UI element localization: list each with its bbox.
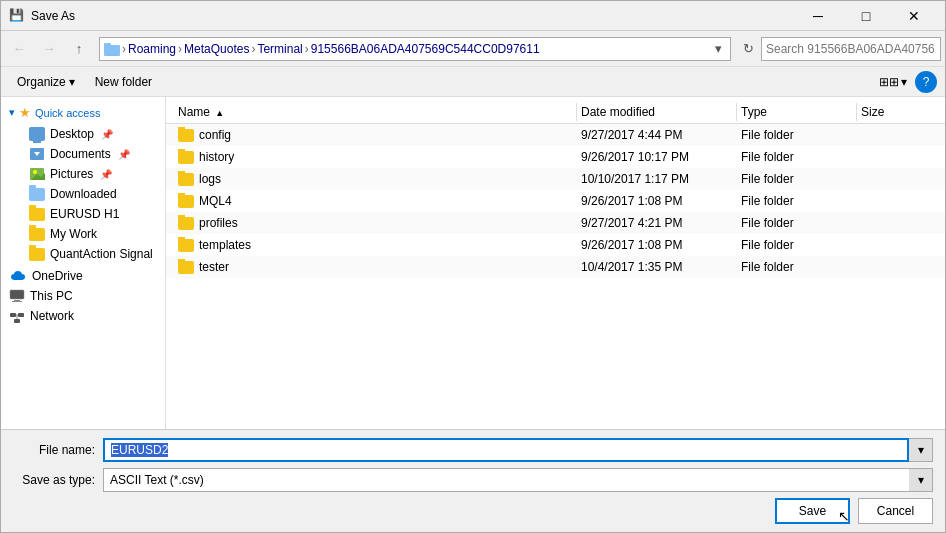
- documents-icon: [29, 147, 45, 161]
- maximize-button[interactable]: □: [843, 2, 889, 30]
- col-name[interactable]: Name ▲: [174, 103, 577, 121]
- filename-label: File name:: [13, 443, 103, 457]
- file-name-tester: tester: [174, 259, 577, 275]
- view-grid-icon: ⊞⊞: [879, 75, 899, 89]
- filename-wrapper: ▾: [103, 438, 933, 462]
- file-list: Name ▲ Date modified Type Size config: [166, 97, 945, 429]
- quantaction-folder-icon: [29, 248, 45, 261]
- cursor-icon: ↖: [838, 508, 850, 524]
- close-button[interactable]: ✕: [891, 2, 937, 30]
- breadcrumb-metaquotes[interactable]: MetaQuotes: [184, 42, 249, 56]
- refresh-button[interactable]: ↻: [737, 38, 759, 60]
- pin-icon-docs: 📌: [118, 149, 130, 160]
- file-name-history: history: [174, 149, 577, 165]
- svg-rect-11: [10, 313, 16, 317]
- file-name-logs: logs: [174, 171, 577, 187]
- sidebar-item-downloaded[interactable]: Downloaded: [1, 184, 165, 204]
- sidebar-quantaction-label: QuantAction Signal: [50, 247, 153, 261]
- address-bar[interactable]: › Roaming › MetaQuotes › Terminal › 9155…: [99, 37, 731, 61]
- sidebar-desktop-label: Desktop: [50, 127, 94, 141]
- svg-rect-10: [12, 301, 22, 302]
- table-row[interactable]: MQL4 9/26/2017 1:08 PM File folder: [166, 190, 945, 212]
- folder-icon: [178, 173, 194, 186]
- address-dropdown-button[interactable]: ▾: [710, 38, 726, 60]
- col-size[interactable]: Size: [857, 103, 937, 121]
- file-type-profiles: File folder: [737, 215, 857, 231]
- file-list-header: Name ▲ Date modified Type Size: [166, 101, 945, 124]
- col-type[interactable]: Type: [737, 103, 857, 121]
- sidebar-mywork-label: My Work: [50, 227, 97, 241]
- thispc-icon: [9, 289, 25, 303]
- quick-access-header[interactable]: ▾ ★ Quick access: [1, 101, 165, 124]
- svg-rect-12: [18, 313, 24, 317]
- breadcrumb-folder-icon: [104, 42, 120, 56]
- view-button[interactable]: ⊞⊞ ▾: [875, 71, 911, 93]
- pictures-icon: [29, 167, 45, 181]
- file-size-logs: [857, 178, 937, 180]
- file-name-templates: templates: [174, 237, 577, 253]
- folder-icon: [178, 129, 194, 142]
- table-row[interactable]: templates 9/26/2017 1:08 PM File folder: [166, 234, 945, 256]
- table-row[interactable]: tester 10/4/2017 1:35 PM File folder: [166, 256, 945, 278]
- folder-icon: [178, 195, 194, 208]
- file-date-logs: 10/10/2017 1:17 PM: [577, 171, 737, 187]
- col-date[interactable]: Date modified: [577, 103, 737, 121]
- folder-icon: [178, 261, 194, 274]
- organize-label: Organize: [17, 75, 66, 89]
- savetype-label: Save as type:: [13, 473, 103, 487]
- savetype-select[interactable]: ASCII Text (*.csv): [103, 468, 933, 492]
- star-icon: ★: [19, 105, 31, 120]
- organize-button[interactable]: Organize ▾: [9, 71, 83, 93]
- filename-input[interactable]: [103, 438, 909, 462]
- save-button[interactable]: Save ↖: [775, 498, 850, 524]
- window-controls: ─ □ ✕: [795, 2, 937, 30]
- minimize-button[interactable]: ─: [795, 2, 841, 30]
- sidebar-item-documents[interactable]: Documents 📌: [1, 144, 165, 164]
- file-size-tester: [857, 266, 937, 268]
- sidebar-documents-label: Documents: [50, 147, 111, 161]
- filename-dropdown-arrow[interactable]: ▾: [909, 438, 933, 462]
- sidebar-item-network[interactable]: Network: [1, 306, 165, 326]
- sidebar-item-desktop[interactable]: Desktop 📌: [1, 124, 165, 144]
- sidebar-item-thispc[interactable]: This PC: [1, 286, 165, 306]
- collapse-icon: ▾: [9, 106, 15, 119]
- svg-rect-0: [104, 45, 120, 56]
- file-type-config: File folder: [737, 127, 857, 143]
- file-date-config: 9/27/2017 4:44 PM: [577, 127, 737, 143]
- sidebar-onedrive-label: OneDrive: [32, 269, 83, 283]
- sidebar-downloaded-label: Downloaded: [50, 187, 117, 201]
- dialog-title: Save As: [31, 9, 795, 23]
- file-size-mql4: [857, 200, 937, 202]
- forward-button[interactable]: →: [35, 36, 63, 62]
- sidebar-item-pictures[interactable]: Pictures 📌: [1, 164, 165, 184]
- sidebar-pictures-label: Pictures: [50, 167, 93, 181]
- sidebar-item-quantaction[interactable]: QuantAction Signal: [1, 244, 165, 264]
- table-row[interactable]: config 9/27/2017 4:44 PM File folder: [166, 124, 945, 146]
- mywork-folder-icon: [29, 228, 45, 241]
- savetype-wrapper: ASCII Text (*.csv) ▾: [103, 468, 933, 492]
- back-button[interactable]: ←: [5, 36, 33, 62]
- table-row[interactable]: history 9/26/2017 10:17 PM File folder: [166, 146, 945, 168]
- secondary-toolbar: Organize ▾ New folder ⊞⊞ ▾ ?: [1, 67, 945, 97]
- table-row[interactable]: logs 10/10/2017 1:17 PM File folder: [166, 168, 945, 190]
- file-name-config: config: [174, 127, 577, 143]
- breadcrumb-hash[interactable]: 915566BA06ADA407569C544CC0D97611: [311, 42, 540, 56]
- breadcrumb-terminal[interactable]: Terminal: [257, 42, 302, 56]
- file-type-history: File folder: [737, 149, 857, 165]
- new-folder-button[interactable]: New folder: [87, 71, 160, 93]
- file-size-config: [857, 134, 937, 136]
- cancel-button[interactable]: Cancel: [858, 498, 933, 524]
- sidebar-item-onedrive[interactable]: OneDrive: [1, 266, 165, 286]
- svg-rect-13: [14, 319, 20, 323]
- sidebar-item-eurusd[interactable]: EURUSD H1: [1, 204, 165, 224]
- breadcrumb-roaming[interactable]: Roaming: [128, 42, 176, 56]
- up-button[interactable]: ↑: [65, 36, 93, 62]
- table-row[interactable]: profiles 9/27/2017 4:21 PM File folder: [166, 212, 945, 234]
- search-input[interactable]: [761, 37, 941, 61]
- file-size-history: [857, 156, 937, 158]
- file-name-mql4: MQL4: [174, 193, 577, 209]
- help-button[interactable]: ?: [915, 71, 937, 93]
- file-date-history: 9/26/2017 10:17 PM: [577, 149, 737, 165]
- sidebar-item-mywork[interactable]: My Work: [1, 224, 165, 244]
- quick-access-section: ▾ ★ Quick access Desktop 📌 Documents 📌: [1, 101, 165, 264]
